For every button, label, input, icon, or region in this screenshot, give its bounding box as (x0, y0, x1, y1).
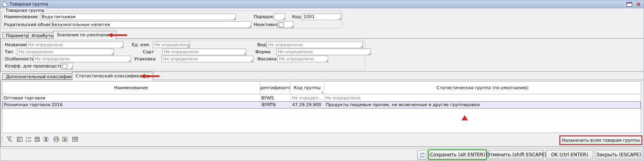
assign-button-highlight: Назаначить всем товарам группы (559, 135, 642, 145)
calculator-icon[interactable] (33, 136, 41, 143)
close-button[interactable]: × (636, 2, 641, 7)
cell-stat-group[interactable]: Продукты пищевые прочие, не включенные в… (325, 102, 640, 108)
osobennost-field[interactable]: Не определено (33, 56, 131, 62)
svg-text:1: 1 (26, 137, 27, 140)
field-label: Название (5, 42, 27, 47)
grid-settings-icon[interactable] (71, 136, 79, 143)
tip-field[interactable]: Не определено (17, 49, 114, 55)
cell-stat-group[interactable]: Не определено (324, 95, 641, 101)
svg-text:X: X (63, 138, 66, 142)
classifier-table: Наименование Идентификатор Код группы Ст… (2, 81, 641, 133)
save-button[interactable]: Сохранить (alt ENTER) (429, 150, 486, 159)
columns-icon[interactable] (16, 136, 23, 143)
cell-group-code[interactable]: Не определ... (291, 95, 324, 101)
numbering-icon[interactable]: 12 (25, 136, 32, 143)
tab-default-values[interactable]: Значения по умолчанию (53, 31, 116, 39)
coeff-checkbox[interactable] (63, 64, 67, 69)
inactive-checkbox[interactable] (279, 22, 284, 27)
document-icon (3, 2, 7, 7)
annotation-arrow-tab-statistical (141, 74, 160, 79)
default-values-page: Название Не определено Ед. изм. Не опред… (0, 38, 644, 72)
field-label: Форма (255, 49, 270, 54)
code-field[interactable]: 1001 (302, 13, 341, 20)
export-excel-icon[interactable]: X (61, 136, 68, 143)
column-header-stat-group[interactable]: Статистическая группа (по-умолчанию) (324, 82, 641, 94)
refresh-button[interactable] (417, 150, 427, 160)
field-label: Сорт (143, 49, 154, 54)
field-label: Вид (257, 42, 266, 47)
cell-identifier[interactable]: BYWS (260, 95, 291, 101)
ok-button[interactable]: OK (ctrl ENTER) (546, 150, 593, 159)
refresh-icon (419, 152, 426, 158)
column-header-name[interactable]: Наименование (2, 82, 260, 94)
sort-field[interactable]: Не определено (162, 49, 246, 55)
cancel-button[interactable]: Отменить (shift ESCAPE) (488, 150, 544, 159)
assign-to-all-products-button[interactable]: Назаначить всем товарам группы (560, 136, 642, 144)
sum-icon[interactable]: Σ (42, 136, 49, 143)
forma-field[interactable]: Не определено (276, 49, 371, 55)
annotation-arrow-tab-defaults (108, 33, 127, 38)
toolbar-grip (2, 136, 3, 143)
print-icon[interactable] (52, 136, 60, 143)
coeff-checkbox-field[interactable] (61, 63, 73, 69)
name-label: Наименование (4, 14, 38, 19)
table-toolbar: 12 Σ X (2, 135, 79, 143)
product-group-dialog: Товарная группа × Товарная группа Наимен… (0, 0, 644, 161)
product-group-box: Товарная группа Наименование Вода питьев… (2, 11, 342, 28)
svg-text:2: 2 (26, 140, 27, 142)
field-label: Фасовка (257, 56, 277, 62)
cell-group-code[interactable]: 47.29.29.900 (291, 102, 325, 108)
annotation-arrow-selected-row (462, 110, 471, 115)
field-label: Ед. изм. (132, 42, 150, 47)
column-header-identifier[interactable]: Идентификатор (260, 82, 291, 94)
parent-field[interactable]: Безалкогольные напитки (50, 21, 251, 28)
nazvanie-field[interactable]: Не определено (27, 41, 123, 48)
upakovka-field[interactable]: Не определено (161, 56, 253, 62)
table-header-row: Наименование Идентификатор Код группы Ст… (2, 82, 641, 94)
filter-icon[interactable] (6, 136, 13, 143)
ed-izm-field[interactable]: Не определено (153, 41, 190, 48)
maximize-button[interactable] (627, 2, 632, 7)
close-dialog-button[interactable]: Закрыть (ESCAPE) (595, 150, 642, 159)
window-title: Товарная группа (9, 2, 48, 7)
coeff-label: Коэфф. для производства (5, 64, 65, 69)
field-label: Упаковка (134, 56, 156, 62)
field-label: Особенность (5, 56, 34, 62)
cell-identifier[interactable]: BYRTN (260, 102, 291, 108)
order-label: Порядок (254, 14, 274, 19)
table-row[interactable]: Оптовая торговля BYWS Не определ... Не о… (2, 95, 641, 101)
code-label: Код (292, 14, 301, 19)
inactive-label: Неактивная (254, 22, 281, 27)
titlebar: Товарная группа × (0, 0, 644, 8)
field-label: Тип (5, 49, 13, 54)
cell-name[interactable]: Розничная торговля 2016 (3, 102, 260, 108)
svg-text:Σ: Σ (45, 137, 47, 142)
order-field[interactable] (274, 13, 285, 20)
vid-field[interactable]: Не определено (266, 41, 363, 48)
cell-name[interactable]: Оптовая торговля (2, 95, 260, 101)
inactive-checkbox-field[interactable] (277, 21, 294, 28)
parent-label: Родительский объект (4, 22, 54, 27)
fasovka-field[interactable]: Не определено (277, 56, 328, 62)
footer-separator (0, 148, 644, 149)
group-box-label: Товарная группа (4, 8, 46, 13)
default-values-panel: Название Не определено Ед. изм. Не опред… (2, 40, 365, 70)
table-row-selected[interactable]: Розничная торговля 2016 BYRTN 47.29.29.9… (2, 101, 641, 109)
column-header-group-code[interactable]: Код группы (291, 82, 324, 94)
statistical-classifier-page: Наименование Идентификатор Код группы Ст… (0, 80, 644, 147)
name-field[interactable]: Вода питьевая (40, 13, 236, 20)
